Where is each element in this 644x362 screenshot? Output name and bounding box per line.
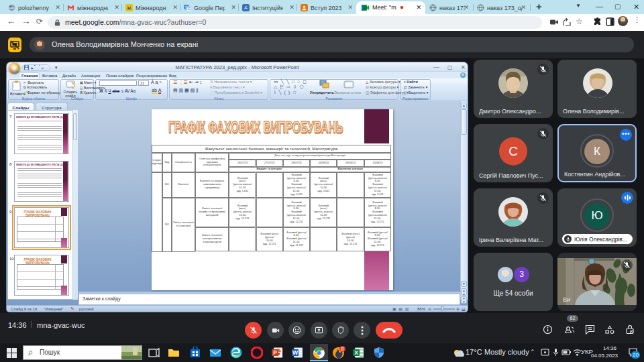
svg-text:P: P: [273, 349, 277, 356]
svg-text:G: G: [188, 7, 191, 11]
svg-text:W: W: [292, 349, 299, 356]
svg-text:X: X: [354, 349, 358, 356]
